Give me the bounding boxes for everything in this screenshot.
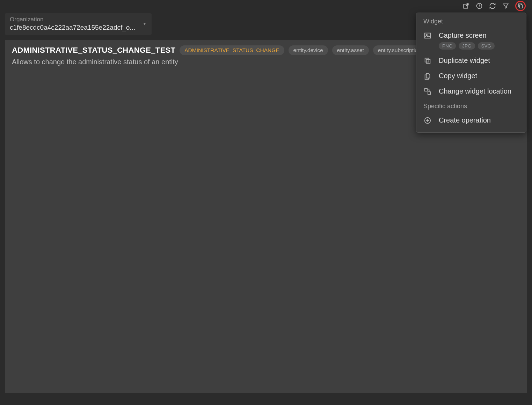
widget-menu-highlight <box>515 1 526 11</box>
card-title: ADMINISTRATIVE_STATUS_CHANGE_TEST <box>12 46 175 55</box>
duplicate-widget-label: Duplicate widget <box>439 57 490 65</box>
format-svg[interactable]: SVG <box>478 42 495 50</box>
panel-heading-specific: Specific actions <box>416 99 526 113</box>
refresh-icon[interactable] <box>489 2 496 10</box>
entity-tag[interactable]: entity.device <box>289 45 328 55</box>
popout-icon[interactable] <box>462 2 470 10</box>
capture-format-list: PNG JPG SVG <box>439 42 495 50</box>
image-icon <box>423 31 432 40</box>
plus-circle-icon <box>423 116 432 125</box>
svg-rect-3 <box>425 33 431 38</box>
capture-screen-label: Capture screen <box>439 31 495 39</box>
top-toolbar <box>5 0 527 12</box>
capture-screen-item[interactable]: Capture screen PNG JPG SVG <box>416 28 526 53</box>
svg-rect-7 <box>425 89 427 91</box>
organization-value: c1fe8ecdc0a4c222aa72ea155e22adcf_o... <box>10 24 135 31</box>
format-jpg[interactable]: JPG <box>459 42 475 50</box>
duplicate-widget-item[interactable]: Duplicate widget <box>416 53 526 68</box>
svg-rect-8 <box>428 92 430 94</box>
change-location-item[interactable]: Change widget location <box>416 84 526 99</box>
svg-rect-5 <box>426 59 430 63</box>
chevron-down-icon: ▼ <box>143 21 147 26</box>
panel-heading-widget: Widget <box>416 18 526 28</box>
organization-select[interactable]: Organization c1fe8ecdc0a4c222aa72ea155e2… <box>5 13 152 35</box>
change-location-label: Change widget location <box>439 87 511 95</box>
copy-widget-label: Copy widget <box>439 72 477 80</box>
organization-label: Organization <box>10 16 135 23</box>
svg-rect-2 <box>519 5 523 8</box>
copy-widget-item[interactable]: Copy widget <box>416 68 526 84</box>
widget-menu-panel: Widget Capture screen PNG JPG SVG Duplic… <box>416 13 526 133</box>
filter-icon[interactable] <box>502 2 510 10</box>
primary-tag[interactable]: ADMINISTRATIVE_STATUS_CHANGE <box>180 45 284 55</box>
move-icon <box>423 87 432 96</box>
widget-menu-button[interactable] <box>517 2 524 10</box>
format-png[interactable]: PNG <box>439 42 456 50</box>
clock-icon[interactable] <box>475 2 483 10</box>
create-operation-item[interactable]: Create operation <box>416 113 526 128</box>
create-operation-label: Create operation <box>439 116 491 124</box>
copy-icon <box>423 72 432 80</box>
entity-tag[interactable]: entity.asset <box>332 45 369 55</box>
duplicate-icon <box>423 57 432 65</box>
svg-rect-6 <box>425 58 429 62</box>
